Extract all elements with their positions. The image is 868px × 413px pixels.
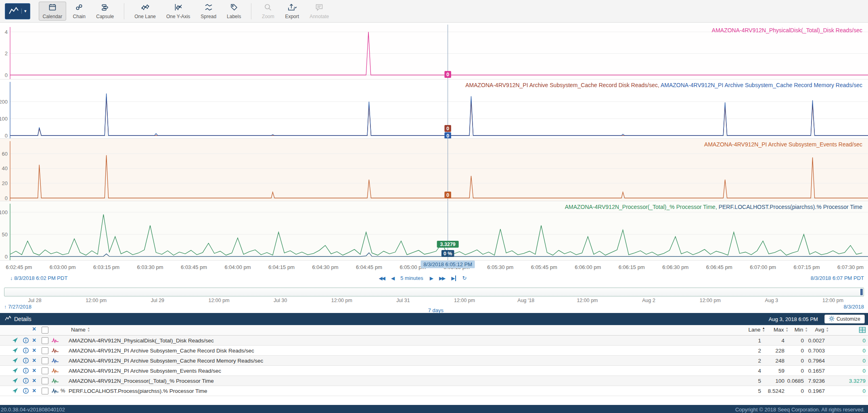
chart-lane-1[interactable]: 4200AMAZONA-4RV912N_PhysicalDisk(_Total)…	[0, 25, 868, 79]
toolbar-spread-button[interactable]: Spread	[197, 2, 220, 21]
send-signal-icon[interactable]	[12, 347, 18, 353]
column-header-max[interactable]: Max ▲▼	[774, 327, 789, 333]
table-row[interactable]: ×AMAZONA-4RV912N_PhysicalDisk(_Total)_Di…	[0, 336, 868, 346]
timeline-duration[interactable]: 7 days	[428, 307, 443, 313]
step-forward-icon[interactable]: ▶	[430, 275, 433, 281]
info-icon[interactable]	[23, 367, 29, 374]
timeline-end-date[interactable]: 8/3/2018	[843, 304, 864, 310]
send-signal-icon[interactable]	[12, 378, 18, 384]
cell-avg: 0.1967	[808, 388, 825, 394]
cell-avg: 0.1657	[808, 368, 825, 374]
info-icon[interactable]	[23, 378, 29, 384]
table-row[interactable]: ×AMAZONA-4RV912N_Processor(_Total)_% Pro…	[0, 376, 868, 386]
svg-text:4: 4	[5, 29, 8, 35]
signal-name[interactable]: AMAZONA-4RV912N_Processor(_Total)_% Proc…	[69, 378, 214, 384]
signal-name[interactable]: AMAZONA-4RV912N_PI Archive Subsystem_Cac…	[69, 358, 263, 364]
seeq-workbench: ▾ Calendar Chain Capsule One Lane	[0, 0, 868, 413]
table-row[interactable]: ×AMAZONA-4RV912N_PI Archive Subsystem_Ev…	[0, 366, 868, 376]
cell-avg: 0.7003	[808, 348, 825, 354]
row-checkbox[interactable]	[42, 357, 48, 364]
signal-icon	[52, 338, 59, 344]
timeline-start-date[interactable]: ↑ 7/27/2018	[4, 304, 31, 310]
row-checkbox[interactable]	[42, 388, 48, 394]
signal-icon	[52, 388, 59, 394]
remove-icon[interactable]: ×	[32, 336, 36, 345]
step-back-full-icon[interactable]: ◀◀	[379, 275, 385, 281]
table-row[interactable]: ×%PERF.LOCALHOST.Process(piarchss).% Pro…	[0, 386, 868, 396]
svg-text:200: 200	[0, 99, 8, 105]
info-icon[interactable]	[23, 337, 29, 344]
chart-lane-2[interactable]: 200100000AMAZONA-4RV912N_PI Archive Subs…	[0, 79, 868, 139]
cell-min: 0	[801, 368, 804, 374]
signal-name[interactable]: AMAZONA-4RV912N_PI Archive Subsystem_Eve…	[69, 368, 221, 374]
remove-icon[interactable]: ×	[32, 386, 36, 395]
signal-name[interactable]: AMAZONA-4RV912N_PI Archive Subsystem_Cac…	[69, 348, 254, 354]
chart-lane-5[interactable]: 1005003.32790 %AMAZONA-4RV912N_Processor…	[0, 201, 868, 261]
send-signal-icon[interactable]	[12, 337, 18, 343]
range-start[interactable]: ↓ 8/3/2018 6:02 PM PDT	[10, 275, 67, 281]
remove-icon[interactable]: ×	[32, 356, 36, 365]
svg-text:AMAZONA-4RV912N_PI Archive Sub: AMAZONA-4RV912N_PI Archive Subsystem_Eve…	[704, 141, 862, 148]
signal-icon	[52, 368, 59, 374]
toolbar-one-lane-button[interactable]: One Lane	[130, 2, 160, 21]
row-checkbox[interactable]	[42, 347, 48, 354]
timeline-tick-label: Jul 31	[396, 298, 410, 303]
cell-lane: 4	[758, 368, 761, 374]
cell-min: 0	[801, 338, 804, 344]
send-signal-icon[interactable]	[12, 388, 18, 394]
toolbar-one-y-axis-button[interactable]: One Y-Axis	[162, 2, 194, 21]
x-axis-label: 6:03:45 pm	[181, 264, 207, 270]
duration-link[interactable]: 5 minutes	[400, 275, 423, 281]
toolbar-chain-button[interactable]: Chain	[69, 2, 90, 21]
toolbar-export-button[interactable]: Export	[281, 2, 303, 21]
info-icon[interactable]	[23, 347, 29, 354]
remove-all-icon[interactable]: ×	[32, 325, 36, 333]
column-header-name[interactable]: Name ▲▼	[71, 327, 90, 333]
step-to-now-icon[interactable]: ▶	[451, 275, 456, 281]
cell-min: 0	[801, 358, 804, 364]
remove-icon[interactable]: ×	[32, 376, 36, 385]
column-header-min[interactable]: Min ▲▼	[795, 327, 808, 333]
chevron-down-icon: ▾	[21, 8, 27, 14]
remove-icon[interactable]: ×	[32, 346, 36, 355]
refresh-icon[interactable]: ↻	[462, 275, 467, 281]
info-icon[interactable]	[23, 388, 29, 394]
row-checkbox[interactable]	[42, 367, 48, 374]
table-options-icon[interactable]	[859, 326, 866, 335]
step-back-icon[interactable]: ◀	[391, 275, 394, 281]
toolbar-calendar-button[interactable]: Calendar	[39, 2, 67, 21]
table-row[interactable]: ×AMAZONA-4RV912N_PI Archive Subsystem_Ca…	[0, 346, 868, 356]
details-table-body: ×AMAZONA-4RV912N_PhysicalDisk(_Total)_Di…	[0, 336, 868, 396]
column-header-avg[interactable]: Avg ▲▼	[815, 327, 829, 333]
arrow-up-icon: ↑	[4, 304, 7, 310]
toolbar-labels-button[interactable]: Labels	[223, 2, 245, 21]
spread-icon	[204, 3, 213, 13]
timeline-track[interactable]	[4, 288, 864, 296]
timeline-selected-window[interactable]	[860, 289, 863, 295]
chart-lane-4[interactable]: 60402000AMAZONA-4RV912N_PI Archive Subsy…	[0, 139, 868, 201]
row-checkbox[interactable]	[42, 337, 48, 344]
trend-chart[interactable]: 4200AMAZONA-4RV912N_PhysicalDisk(_Total)…	[0, 23, 868, 285]
toolbar-capsule-button[interactable]: Capsule	[92, 2, 118, 21]
svg-text:0: 0	[5, 195, 8, 201]
signal-name[interactable]: AMAZONA-4RV912N_PhysicalDisk(_Total)_Dis…	[69, 338, 214, 344]
toolbar-separator	[251, 3, 251, 19]
range-end[interactable]: 8/3/2018 6:07 PM PDT	[811, 275, 864, 281]
step-forward-full-icon[interactable]: ▶▶	[439, 275, 445, 281]
row-checkbox[interactable]	[42, 378, 48, 384]
table-row[interactable]: ×AMAZONA-4RV912N_PI Archive Subsystem_Ca…	[0, 356, 868, 366]
send-signal-icon[interactable]	[12, 357, 18, 363]
select-all-checkbox[interactable]	[42, 327, 48, 334]
x-axis-label: 6:04:30 pm	[312, 264, 338, 270]
cell-cursor-value: 0	[862, 368, 866, 374]
customize-button[interactable]: Customize	[824, 315, 865, 323]
x-axis-label: 6:06:00 pm	[575, 264, 601, 270]
remove-icon[interactable]: ×	[32, 366, 36, 375]
cell-max: 8.5242	[768, 388, 784, 394]
info-icon[interactable]	[23, 357, 29, 364]
signal-name[interactable]: PERF.LOCALHOST.Process(piarchss).% Proce…	[69, 388, 207, 394]
send-signal-icon[interactable]	[12, 367, 18, 373]
column-header-lane[interactable]: Lane ▲▼	[749, 327, 765, 333]
trend-view-button[interactable]: ▾	[5, 3, 30, 19]
capsule-icon	[101, 3, 109, 13]
